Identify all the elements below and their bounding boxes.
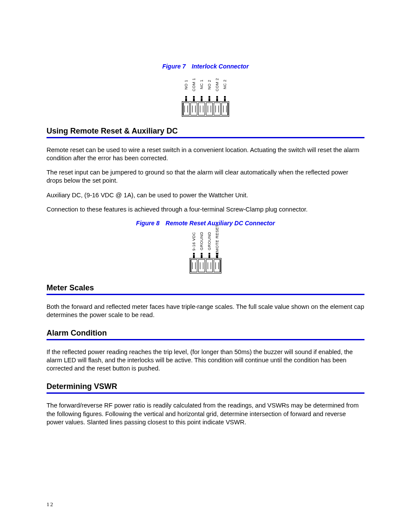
figure7-pin-labels: NO 1 COM 1 NC 1 NO 2: [182, 74, 229, 101]
pin-label: REMOTE RESET: [215, 231, 219, 252]
figure8-number: Figure 8: [136, 220, 159, 227]
pin-stub-icon: [209, 98, 210, 101]
pin-col: REMOTE RESET: [213, 231, 221, 258]
remote-reset-connector: 9-16 VDC GROUND GROUND REMOTE RESET: [190, 231, 221, 274]
pin-stub-icon: [201, 255, 202, 258]
figure8-diagram: 9-16 VDC GROUND GROUND REMOTE RESET: [47, 231, 364, 274]
body-paragraph: Both the forward and reflected meter fac…: [47, 303, 364, 319]
connector-cell: [190, 259, 197, 272]
connector-cell: [198, 103, 205, 115]
connector-cell: [221, 103, 228, 115]
connector-block-icon: [190, 258, 221, 274]
pin-label: GROUND: [207, 231, 212, 252]
body-paragraph: The reset input can be jumpered to groun…: [47, 168, 364, 185]
pin-stub-icon: [224, 98, 226, 101]
pin-label: COM 2: [215, 74, 219, 95]
page: Figure 7Interlock Connector NO 1 COM 1 N…: [0, 0, 411, 532]
pin-stub-icon: [209, 255, 210, 258]
pin-dash-icon: [209, 253, 210, 255]
divider: [47, 392, 364, 394]
pin-label: GROUND: [199, 231, 204, 252]
pin-stub-icon: [193, 255, 195, 258]
pin-col: NC 1: [198, 74, 206, 101]
connector-cells: [190, 258, 221, 273]
connector-cell: [190, 103, 197, 115]
body-paragraph: If the reflected power reading reaches t…: [47, 348, 364, 373]
figure7-title: Interlock Connector: [192, 63, 249, 70]
pin-stub-icon: [201, 98, 202, 101]
pin-stub-icon: [185, 98, 187, 101]
connector-cell: [214, 259, 221, 272]
connector-cells: [182, 102, 229, 116]
pin-stub-icon: [193, 98, 195, 101]
figure7-diagram: NO 1 COM 1 NC 1 NO 2: [47, 74, 364, 117]
connector-cell: [183, 103, 190, 115]
connector-block-icon: [182, 101, 229, 117]
divider: [47, 294, 364, 295]
body-paragraph: Connection to these features is achieved…: [47, 205, 364, 214]
pin-col: COM 1: [190, 74, 198, 101]
pin-col: NC 2: [221, 74, 229, 101]
pin-dash-icon: [209, 96, 210, 98]
pin-dash-icon: [193, 96, 195, 98]
connector-cell: [206, 103, 213, 115]
pin-col: 9-16 VDC: [190, 231, 198, 258]
section-remote-reset-title: Using Remote Reset & Auxiliary DC: [47, 127, 364, 136]
body-paragraph: The forward/reverse RF power ratio is re…: [47, 401, 364, 426]
connector-cell: [206, 259, 213, 272]
pin-stub-icon: [216, 98, 218, 101]
page-number: 12: [47, 501, 54, 508]
figure8-title: Remote Reset Auxiliary DC Connector: [165, 220, 275, 227]
pin-col: COM 2: [213, 74, 221, 101]
pin-col: GROUND: [206, 231, 213, 258]
divider: [47, 137, 364, 138]
pin-label: COM 1: [192, 74, 196, 95]
connector-cell: [198, 259, 205, 272]
section-determining-vswr-title: Determining VSWR: [47, 382, 364, 391]
interlock-connector: NO 1 COM 1 NC 1 NO 2: [182, 74, 229, 117]
pin-dash-icon: [216, 96, 218, 98]
pin-dash-icon: [201, 96, 202, 98]
section-meter-scales-title: Meter Scales: [47, 283, 364, 292]
pin-dash-icon: [193, 253, 195, 255]
pin-label: NO 1: [184, 74, 188, 95]
body-paragraph: Remote reset can be used to wire a reset…: [47, 146, 364, 162]
pin-dash-icon: [201, 253, 202, 255]
divider: [47, 339, 364, 340]
body-paragraph: Auxiliary DC, (9-16 VDC @ 1A), can be us…: [47, 191, 364, 199]
pin-col: GROUND: [198, 231, 206, 258]
figure7-caption: Figure 7Interlock Connector: [47, 63, 364, 70]
connector-cell: [214, 103, 221, 115]
figure8-caption: Figure 8Remote Reset Auxiliary DC Connec…: [47, 220, 364, 227]
figure7-number: Figure 7: [162, 63, 186, 70]
pin-col: NO 2: [206, 74, 213, 101]
pin-label: NO 2: [207, 74, 212, 95]
pin-label: NC 1: [199, 74, 204, 95]
section-alarm-condition-title: Alarm Condition: [47, 329, 364, 338]
figure8-pin-labels: 9-16 VDC GROUND GROUND REMOTE RESET: [190, 231, 221, 258]
pin-dash-icon: [224, 96, 226, 98]
pin-dash-icon: [185, 96, 187, 98]
pin-label: NC 2: [223, 74, 227, 95]
pin-col: NO 1: [182, 74, 190, 101]
pin-label: 9-16 VDC: [192, 231, 196, 252]
